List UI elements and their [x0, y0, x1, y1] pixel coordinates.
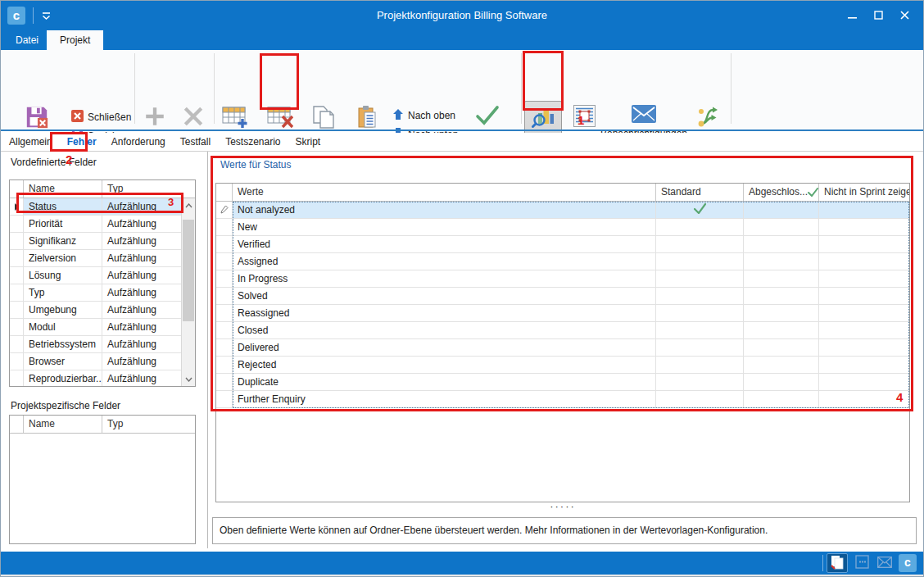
tab-allgemein[interactable]: Allgemein — [9, 136, 52, 148]
row-marker-cell — [216, 219, 233, 235]
statusbar-design-button[interactable] — [851, 553, 872, 573]
tab-skript[interactable]: Skript — [296, 136, 321, 148]
table-row[interactable]: Further Enquiry — [216, 391, 909, 408]
row-marker-arrow-icon — [10, 198, 24, 215]
table-row[interactable]: UmgebungAufzählung — [10, 302, 181, 319]
table-header: Name Typ — [10, 180, 195, 198]
field-name-cell: Status — [24, 198, 102, 215]
field-type-cell: Aufzählung — [102, 336, 181, 352]
value-name-cell: Rejected — [233, 357, 656, 373]
close-button[interactable] — [894, 4, 915, 25]
group-separator — [731, 53, 732, 124]
title-bar: c Projektkonfiguration Billing Software — [1, 1, 923, 30]
table-row[interactable]: BrowserAufzählung — [10, 353, 181, 370]
column-header-typ[interactable]: Typ — [102, 180, 195, 198]
scroll-up-icon[interactable] — [182, 198, 195, 212]
statusbar-separator — [822, 555, 823, 571]
tab-anforderung[interactable]: Anforderung — [111, 136, 165, 148]
workflow-icon — [696, 105, 719, 130]
table-row[interactable]: BetriebssystemAufzählung — [10, 336, 181, 353]
abgeschlossen-cell — [744, 288, 819, 304]
column-header-name[interactable]: Name — [24, 180, 102, 198]
row-marker-cell — [10, 319, 24, 335]
abgeschlossen-cell — [744, 339, 819, 356]
table-row[interactable]: ModulAufzählung — [10, 319, 181, 336]
table-row[interactable]: New — [216, 219, 909, 236]
table-row[interactable]: StatusAufzählung — [10, 198, 181, 216]
ribbon-tab-projekt[interactable]: Projekt — [47, 30, 103, 50]
table-row[interactable]: Assigned — [216, 253, 909, 270]
field-name-cell: Zielversion — [24, 250, 102, 266]
table-row[interactable]: Rejected — [216, 357, 909, 374]
marker-header-cell — [10, 180, 24, 198]
row-marker-cell — [10, 353, 24, 370]
scrollbar-thumb[interactable] — [183, 220, 194, 321]
edit-pencil-icon — [216, 202, 233, 218]
value-name-cell: Further Enquiry — [233, 391, 656, 407]
maximize-button[interactable] — [867, 4, 889, 25]
sprint-cell — [819, 236, 909, 252]
close-red-icon — [71, 110, 84, 125]
row-marker-cell — [10, 370, 24, 386]
table-row[interactable]: ZielversionAufzählung — [10, 250, 181, 267]
field-type-cell: Aufzählung — [102, 319, 181, 335]
panel-splitter[interactable] — [207, 152, 208, 548]
column-header-name[interactable]: Name — [24, 416, 102, 433]
scroll-down-icon[interactable] — [182, 372, 195, 386]
value-name-cell: Delivered — [233, 339, 656, 356]
table-row[interactable]: Not analyzed — [216, 202, 909, 219]
mail-icon — [632, 105, 656, 125]
table-row[interactable]: Verified — [216, 236, 909, 253]
field-name-cell: Modul — [24, 319, 102, 335]
table-row[interactable]: Closed — [216, 322, 909, 339]
abgeschlossen-cell — [744, 391, 819, 407]
paste-icon — [357, 105, 378, 132]
statusbar-data-views-button[interactable] — [827, 553, 848, 573]
vertical-scrollbar[interactable] — [181, 198, 195, 386]
abgeschlossen-cell — [744, 219, 819, 235]
column-header-abgeschlossen[interactable]: Abgeschlos... — [744, 184, 819, 201]
field-type-cell: Aufzählung — [102, 353, 181, 370]
column-header-werte[interactable]: Werte — [233, 184, 656, 201]
table-row[interactable]: PrioritätAufzählung — [10, 216, 181, 233]
row-marker-cell — [216, 322, 233, 338]
copy-icon — [312, 105, 335, 132]
standard-cell — [656, 288, 744, 304]
predefined-fields-title: Vordefinierte Felder — [11, 157, 97, 168]
abgeschlossen-cell — [744, 236, 819, 252]
column-header-typ[interactable]: Typ — [102, 416, 195, 433]
table-row[interactable]: SignifikanzAufzählung — [10, 233, 181, 250]
statusbar-app-logo-icon[interactable]: c — [899, 554, 917, 572]
tab-fehler[interactable]: Fehler — [67, 136, 97, 148]
statusbar-notifications-button[interactable] — [874, 553, 895, 573]
standard-cell — [656, 270, 744, 287]
sprint-cell — [819, 305, 909, 321]
table-row[interactable]: Reassigned — [216, 305, 909, 322]
sprint-cell — [819, 202, 909, 218]
sprint-cell — [819, 391, 909, 407]
nach-oben-button[interactable]: Nach oben — [392, 107, 455, 124]
table-row[interactable]: Duplicate — [216, 374, 909, 391]
tab-testfall[interactable]: Testfall — [180, 136, 211, 148]
table-row[interactable]: Reproduzierbar...Aufzählung — [10, 370, 181, 386]
tab-testszenario[interactable]: Testszenario — [225, 136, 280, 148]
column-header-sprint[interactable]: Nicht in Sprint zeigen — [819, 184, 909, 201]
column-header-standard[interactable]: Standard — [656, 184, 744, 201]
pages-icon — [830, 555, 845, 572]
abgeschlossen-cell — [744, 357, 819, 373]
ribbon-tab-datei[interactable]: Datei — [2, 30, 52, 50]
table-row[interactable]: In Progress — [216, 270, 909, 288]
document-tab-strip: Allgemein Fehler Anforderung Testfall Te… — [1, 133, 923, 152]
standard-cell — [656, 219, 744, 235]
table-row[interactable]: TypAufzählung — [10, 284, 181, 302]
minimize-button[interactable] — [841, 4, 863, 25]
table-row[interactable]: Delivered — [216, 339, 909, 357]
table-add-icon — [222, 105, 248, 132]
close-project-button[interactable]: Schließen — [71, 109, 131, 125]
horizontal-splitter-handle[interactable]: ····· — [215, 502, 910, 514]
table-row[interactable]: Solved — [216, 288, 909, 305]
ribbon-tab-row: Datei Projekt — [1, 30, 923, 50]
table-row[interactable]: LösungAufzählung — [10, 267, 181, 284]
field-name-cell: Lösung — [24, 267, 102, 284]
standard-cell — [656, 322, 744, 338]
